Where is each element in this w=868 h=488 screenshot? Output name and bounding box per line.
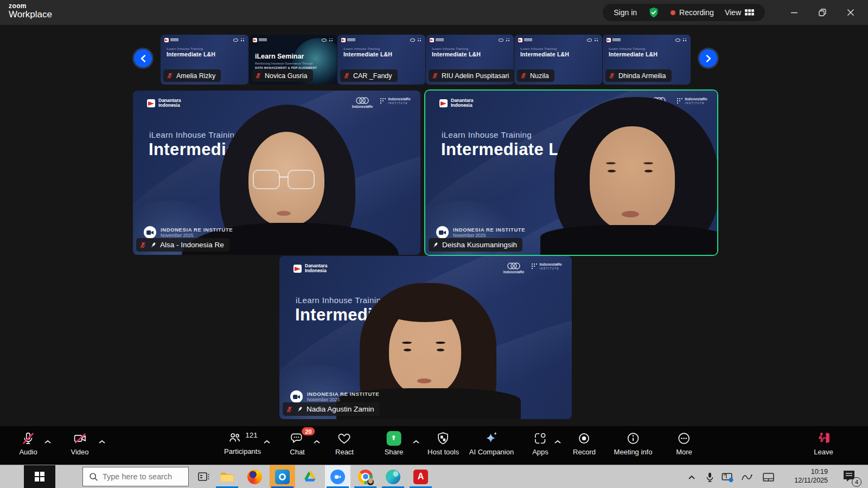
- titlebar: zoom Workplace Sign in Recording View: [0, 0, 868, 25]
- meeting-info-button[interactable]: Meeting info: [614, 431, 653, 456]
- participant-thumbnail[interactable]: iLearn Inhouse Training Intermediate L&H…: [514, 35, 602, 85]
- thumbnail-logos: [607, 38, 621, 42]
- share-options-chevron[interactable]: [412, 436, 420, 446]
- tray-ink-icon[interactable]: [740, 470, 754, 484]
- taskbar-google-drive[interactable]: [297, 465, 323, 488]
- ai-companion-button[interactable]: AI Companion: [469, 431, 514, 456]
- apps-label: Apps: [532, 448, 548, 456]
- host-tools-button[interactable]: Host tools: [427, 431, 459, 456]
- participant-name-pill: Deisha Kusumaningsih: [429, 238, 522, 252]
- taskbar-clock[interactable]: 10:19 12/11/2025: [794, 468, 828, 485]
- video-tile[interactable]: DanantaraIndonesia IndonesiaRe Indonesia…: [133, 91, 420, 255]
- participant-eye: [608, 170, 616, 172]
- more-label: More: [676, 448, 692, 456]
- video-tile[interactable]: DanantaraIndonesia IndonesiaRe Indonesia…: [279, 256, 572, 419]
- participant-name: Alsa - Indonesia Re: [160, 241, 224, 249]
- participant-thumbnail[interactable]: iLearn Inhouse Training Intermediate L&H…: [426, 35, 514, 85]
- participant-brow: [402, 342, 412, 344]
- slide-eyebrow: iLearn Inhouse Training: [520, 47, 557, 50]
- titlebar-pill: Sign in Recording View: [603, 4, 765, 21]
- video-button[interactable]: Video: [71, 431, 88, 456]
- seminar-title: iLearn Seminar: [255, 53, 304, 60]
- tray-microphone-icon[interactable]: [703, 470, 717, 484]
- react-label: React: [335, 448, 354, 456]
- video-label: Video: [71, 448, 88, 456]
- outlook-icon: [275, 470, 290, 484]
- taskbar-outlook[interactable]: [270, 465, 295, 488]
- ai-companion-label: AI Companion: [469, 448, 514, 456]
- pin-icon: [296, 406, 303, 413]
- slide-eyebrow: iLearn Inhouse Training: [609, 47, 645, 50]
- record-button[interactable]: Record: [573, 431, 596, 456]
- participants-options-chevron[interactable]: [263, 436, 271, 446]
- slide-eyebrow: iLearn Inhouse Training: [343, 47, 380, 50]
- view-button[interactable]: View: [725, 8, 754, 17]
- thumbnail-logos: [233, 38, 245, 42]
- start-button[interactable]: [24, 465, 55, 488]
- participant-brow: [436, 342, 445, 344]
- participants-count: 121: [245, 431, 258, 439]
- video-options-chevron[interactable]: [98, 436, 106, 446]
- taskbar-file-explorer[interactable]: [214, 465, 240, 488]
- taskbar-chrome[interactable]: [353, 465, 378, 488]
- search-input[interactable]: [103, 472, 184, 481]
- video-tile-active-speaker[interactable]: DanantaraIndonesia IndonesiaRe Indonesia…: [425, 91, 717, 255]
- filmstrip-prev-button[interactable]: [134, 49, 152, 67]
- participant-brow: [643, 162, 653, 164]
- mic-off-icon: [286, 406, 293, 413]
- close-button[interactable]: [837, 0, 865, 25]
- tray-touchpad-icon[interactable]: [761, 470, 775, 484]
- share-button[interactable]: Share: [385, 431, 404, 456]
- participant-thumbnail[interactable]: iLearn Seminar Reinforcing Insurance Gov…: [249, 35, 337, 85]
- react-button[interactable]: React: [335, 431, 354, 456]
- sign-in-button[interactable]: Sign in: [614, 8, 637, 17]
- participant-thumbnail[interactable]: iLearn Inhouse Training Intermediate L&H…: [337, 35, 425, 85]
- restore-button[interactable]: [808, 0, 837, 25]
- participant-name: Novica Gusria: [265, 72, 308, 80]
- camera-badge-icon: [144, 226, 156, 239]
- thumbnail-logos: [322, 38, 333, 42]
- recording-label: Recording: [679, 8, 714, 17]
- audio-options-chevron[interactable]: [44, 436, 52, 446]
- audio-button[interactable]: Audio: [19, 431, 37, 456]
- mic-off-icon: [520, 72, 527, 79]
- leave-button[interactable]: Leave: [814, 431, 833, 456]
- chat-options-chevron[interactable]: [313, 436, 321, 446]
- more-button[interactable]: More: [676, 431, 692, 456]
- thumbnail-logos: [675, 38, 687, 42]
- seminar-subtitle: Reinforcing Insurance Governance Through: [255, 62, 313, 65]
- search-icon: [89, 472, 98, 481]
- audio-label: Audio: [19, 448, 37, 456]
- apps-button[interactable]: Apps: [532, 431, 548, 456]
- taskbar-firefox[interactable]: [242, 465, 267, 488]
- leave-icon: [816, 431, 831, 446]
- task-view-button[interactable]: [191, 465, 216, 488]
- participant-eye: [437, 349, 444, 351]
- participant-name: Nuzila: [530, 72, 549, 80]
- chevron-right-icon: [705, 55, 712, 62]
- minimize-button[interactable]: [780, 0, 808, 25]
- notification-center-button[interactable]: 4: [842, 470, 858, 485]
- chat-button[interactable]: 20 Chat: [290, 431, 304, 456]
- glasses-bridge: [279, 176, 289, 178]
- taskbar-edge[interactable]: [380, 465, 406, 488]
- institute-name: INDONESIA RE INSTITUTE: [453, 227, 525, 233]
- institute-name: INDONESIA RE INSTITUTE: [161, 227, 233, 233]
- security-shield[interactable]: [648, 7, 660, 18]
- slide-eyebrow: iLearn Inhouse Training: [167, 47, 203, 50]
- participants-button[interactable]: 121 Participants: [224, 431, 261, 455]
- share-label: Share: [385, 448, 404, 456]
- participant-thumbnail[interactable]: iLearn Inhouse Training Intermediate L&H…: [603, 35, 691, 85]
- participant-name-pill: Nadia Agustin Zamin: [283, 402, 380, 416]
- apps-options-chevron[interactable]: [554, 436, 561, 446]
- tray-display-icon[interactable]: [720, 470, 735, 484]
- participant-thumbnail[interactable]: iLearn Inhouse Training Intermediate L&H…: [161, 35, 248, 85]
- tray-expand-button[interactable]: [685, 470, 699, 484]
- participants-label: Participants: [224, 447, 261, 455]
- taskbar-acrobat[interactable]: A: [408, 465, 433, 488]
- taskbar-zoom[interactable]: [325, 465, 350, 488]
- thumbnail-logos: [410, 38, 422, 42]
- thumbnail-logos: [518, 38, 532, 42]
- filmstrip-next-button[interactable]: [699, 49, 717, 67]
- taskbar-search[interactable]: [82, 467, 189, 486]
